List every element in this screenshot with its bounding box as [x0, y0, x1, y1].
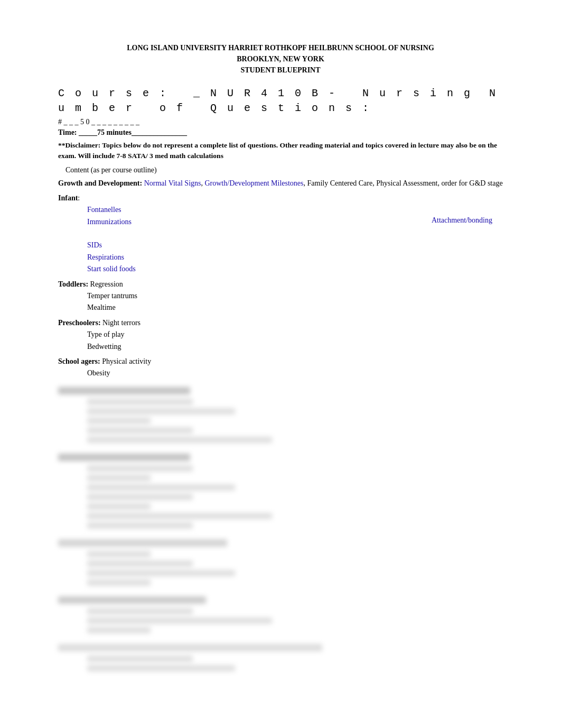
- school-agers-section: School agers: Physical activity Obesity: [58, 356, 503, 380]
- preschoolers-section: Preschoolers: Night terrors Type of play…: [58, 317, 503, 353]
- infant-label: Infant: [58, 194, 78, 202]
- night-terrors-inline: Night terrors: [102, 319, 141, 327]
- growth-dev-milestones-link[interactable]: Growth/Development Milestones: [204, 179, 303, 187]
- toddlers-header-line: Toddlers: Regression: [58, 279, 503, 290]
- immunizations-line: Immunizations: [87, 216, 132, 228]
- content-header: Content (as per course outline): [66, 166, 503, 174]
- location: BROOKLYN, NEW YORK: [58, 53, 503, 64]
- physical-activity-inline: Physical activity: [102, 357, 151, 365]
- item-number: # _ _ _ 5 0 _ _ _ _ _ _ _ _ _: [58, 118, 139, 126]
- mealtime-line: Mealtime: [87, 302, 503, 314]
- university-title: LONG ISLAND UNIVERSITY HARRIET ROTHKOPF …: [58, 42, 503, 76]
- attachment-bonding-link[interactable]: Attachment/bonding: [432, 216, 492, 224]
- growth-dev-header-line: Growth and Development: Normal Vital Sig…: [58, 178, 503, 189]
- infant-section: Infant: Fontanelles Immunizations Attach…: [58, 192, 503, 275]
- course-label: C o u r s e : _ N U R 4 1 0 B - N u r s …: [58, 87, 472, 99]
- type-of-play-line: Type of play: [87, 329, 503, 340]
- course-line: C o u r s e : _ N U R 4 1 0 B - N u r s …: [58, 86, 503, 116]
- infant-items-block: Fontanelles Immunizations Attachment/bon…: [58, 204, 503, 275]
- obesity-line: Obesity: [87, 367, 503, 379]
- time-value: _____75 minutes_______________: [79, 128, 187, 136]
- start-solid-foods-link[interactable]: Start solid foods: [87, 265, 136, 273]
- sids-link[interactable]: SIDs: [87, 241, 102, 249]
- content-header-text: Content (as per course outline): [66, 166, 157, 174]
- preschoolers-label: Preschoolers:: [58, 319, 101, 327]
- immunizations-link[interactable]: Immunizations: [87, 218, 132, 226]
- preschoolers-header-line: Preschoolers: Night terrors: [58, 317, 503, 329]
- infant-colon: :: [78, 194, 80, 202]
- item-number-line: # _ _ _ 5 0 _ _ _ _ _ _ _ _ _: [58, 118, 503, 126]
- bedwetting-line: Bedwetting: [87, 341, 503, 353]
- disclaimer: **Disclaimer: Topics below do not repres…: [58, 140, 503, 162]
- fontanelles-line: Fontanelles: [87, 204, 503, 216]
- attachment-bonding-area: Attachment/bonding: [432, 216, 503, 228]
- school-agers-header-line: School agers: Physical activity: [58, 356, 503, 367]
- growth-dev-section: Growth and Development: Normal Vital Sig…: [58, 178, 503, 189]
- regression-inline: Regression: [90, 280, 123, 288]
- fontanelles-link[interactable]: Fontanelles: [87, 206, 121, 214]
- growth-dev-label: Growth and Development:: [58, 179, 142, 187]
- normal-vital-signs-link[interactable]: Normal Vital Signs: [144, 179, 201, 187]
- start-solid-foods-line: Start solid foods: [87, 263, 503, 275]
- blank-line-1: [87, 228, 503, 239]
- doc-type: STUDENT BLUEPRINT: [58, 64, 503, 76]
- respirations-link[interactable]: Respirations: [87, 253, 124, 261]
- university-name: LONG ISLAND UNIVERSITY HARRIET ROTHKOPF …: [58, 42, 503, 53]
- time-line: Time: _____75 minutes_______________: [58, 128, 503, 137]
- section-rest: , Family Centered Care, Physical Assessm…: [304, 179, 503, 187]
- blurred-section-1: [58, 387, 503, 671]
- time-label: Time:: [58, 128, 77, 136]
- sids-line: SIDs: [87, 239, 503, 251]
- disclaimer-text: **Disclaimer: Topics below do not repres…: [58, 141, 497, 160]
- infant-header-line: Infant:: [58, 192, 503, 204]
- page-header: LONG ISLAND UNIVERSITY HARRIET ROTHKOPF …: [58, 42, 503, 76]
- respirations-line: Respirations: [87, 252, 503, 263]
- temper-tantrums-line: Temper tantrums: [87, 290, 503, 302]
- immunizations-attachment-row: Immunizations Attachment/bonding: [58, 216, 503, 228]
- toddlers-section: Toddlers: Regression Temper tantrums Mea…: [58, 279, 503, 314]
- toddlers-label: Toddlers:: [58, 280, 88, 288]
- school-agers-label: School agers:: [58, 357, 100, 365]
